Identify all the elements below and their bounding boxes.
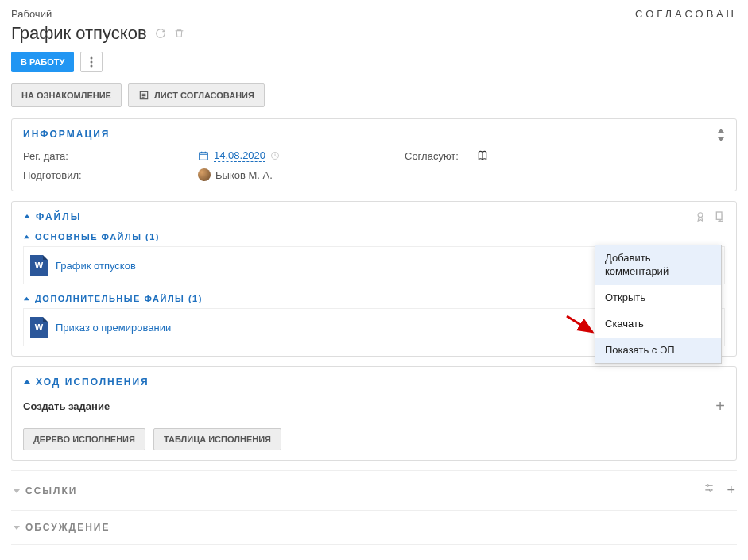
execution-header[interactable]: ХОД ИСПОЛНЕНИЯ: [23, 377, 725, 388]
trash-icon[interactable]: [174, 28, 184, 39]
approvers-label: Согласуют:: [405, 150, 476, 162]
svg-point-2: [91, 65, 93, 68]
file-name-link[interactable]: График отпусков: [56, 260, 136, 272]
svg-point-15: [707, 485, 709, 486]
add-link-button[interactable]: +: [727, 482, 735, 499]
add-task-button[interactable]: +: [715, 397, 725, 415]
svg-rect-4: [200, 153, 208, 160]
attach-sign-icon[interactable]: [714, 210, 727, 224]
menu-item-show-with-signature[interactable]: Показать с ЭП: [595, 338, 721, 364]
reg-date-label: Рег. дата:: [23, 150, 198, 162]
address-book-icon[interactable]: [476, 150, 489, 161]
chevron-up-icon: [23, 234, 30, 241]
status-label: СОГЛАСОВАН: [635, 8, 737, 20]
menu-item-add-comment[interactable]: Добавить комментарий: [595, 245, 721, 285]
avatar: [198, 168, 211, 181]
more-actions-button[interactable]: [80, 52, 103, 72]
word-file-icon: W: [30, 255, 48, 276]
files-header-label: ФАЙЛЫ: [36, 211, 81, 222]
info-panel: ИНФОРМАЦИЯ Рег. дата: 14.08.2020 Согласу…: [11, 118, 737, 191]
main-files-label: ОСНОВНЫЕ ФАЙЛЫ (1): [35, 232, 160, 241]
refresh-icon[interactable]: [155, 28, 166, 39]
word-file-icon: W: [30, 317, 48, 338]
svg-point-1: [91, 61, 93, 64]
svg-line-14: [567, 316, 592, 332]
to-work-button[interactable]: В РАБОТУ: [11, 52, 74, 72]
list-icon: [138, 90, 149, 101]
svg-rect-7: [716, 212, 722, 219]
file-name-link[interactable]: Приказ о премировании: [56, 322, 171, 334]
clock-icon[interactable]: [270, 151, 280, 160]
menu-item-download[interactable]: Скачать: [595, 311, 721, 338]
links-section[interactable]: ССЫЛКИ +: [11, 470, 737, 510]
chevron-up-icon: [23, 295, 30, 303]
settings-icon[interactable]: [703, 482, 715, 499]
document-type-label: Рабочий: [11, 8, 52, 20]
svg-point-6: [698, 213, 703, 218]
execution-tree-button[interactable]: ДЕРЕВО ИСПОЛНЕНИЯ: [23, 428, 145, 450]
chevron-up-icon: [23, 213, 31, 221]
file-context-menu: Добавить комментарий Открыть Скачать Пок…: [595, 245, 722, 364]
execution-panel: ХОД ИСПОЛНЕНИЯ Создать задание + ДЕРЕВО …: [11, 366, 737, 461]
chevron-up-icon: [23, 378, 31, 386]
additional-files-label: ДОПОЛНИТЕЛЬНЫЕ ФАЙЛЫ (1): [35, 294, 203, 303]
chevron-down-icon: [13, 487, 21, 495]
svg-point-0: [91, 57, 93, 60]
approval-sheet-label: ЛИСТ СОГЛАСОВАНИЯ: [154, 91, 254, 100]
execution-table-button[interactable]: ТАБЛИЦА ИСПОЛНЕНИЯ: [153, 428, 281, 450]
info-header: ИНФОРМАЦИЯ: [23, 129, 725, 140]
discussion-label: ОБСУЖДЕНИЕ: [25, 522, 110, 533]
menu-item-open[interactable]: Открыть: [595, 285, 721, 311]
files-header[interactable]: ФАЙЛЫ: [23, 211, 725, 222]
links-label: ССЫЛКИ: [25, 485, 77, 496]
reg-date-value[interactable]: 14.08.2020: [214, 149, 265, 162]
expand-collapse-icon[interactable]: [717, 129, 725, 141]
discussion-section[interactable]: ОБСУЖДЕНИЕ: [11, 510, 737, 545]
create-task-label: Создать задание: [23, 400, 110, 412]
medal-icon[interactable]: [695, 210, 706, 224]
calendar-icon: [198, 150, 209, 161]
svg-point-16: [710, 489, 711, 491]
chevron-down-icon: [13, 523, 21, 531]
prepared-by-value: Быков М. А.: [215, 169, 273, 181]
to-review-button[interactable]: НА ОЗНАКОМЛЕНИЕ: [11, 83, 122, 107]
main-files-header[interactable]: ОСНОВНЫЕ ФАЙЛЫ (1): [23, 232, 725, 241]
execution-header-label: ХОД ИСПОЛНЕНИЯ: [36, 377, 149, 388]
page-title: График отпусков: [11, 23, 147, 44]
approval-sheet-button[interactable]: ЛИСТ СОГЛАСОВАНИЯ: [128, 83, 265, 107]
files-panel: ФАЙЛЫ ОСНОВНЫЕ ФАЙЛЫ (1) W График отпуск…: [11, 201, 737, 357]
prepared-by-label: Подготовил:: [23, 169, 198, 181]
annotation-arrow-icon: [565, 313, 597, 337]
